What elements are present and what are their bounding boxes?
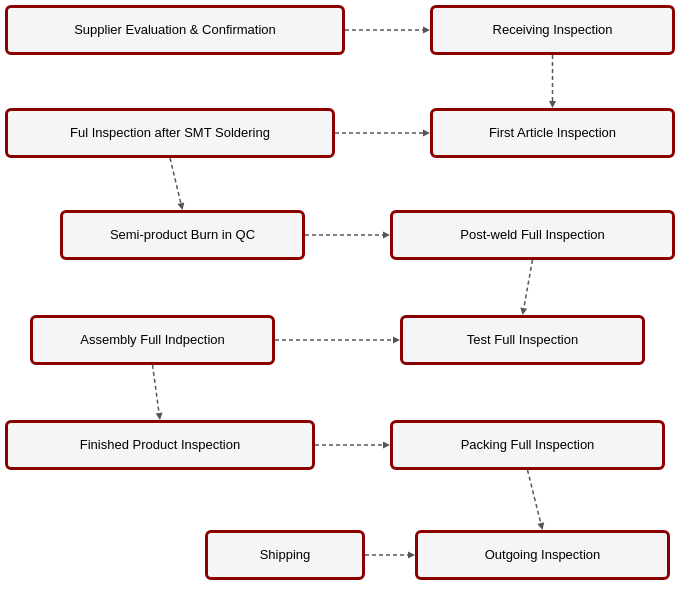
node-semi-burn: Semi-product Burn in QC [60, 210, 305, 260]
node-shipping: Shipping [205, 530, 365, 580]
arrow-head-a5 [383, 232, 390, 239]
node-outgoing: Outgoing Inspection [415, 530, 670, 580]
node-finished: Finished Product Inspection [5, 420, 315, 470]
node-packing: Packing Full Inspection [390, 420, 665, 470]
arrow-head-a11 [408, 552, 415, 559]
arrow-head-a8 [156, 413, 163, 420]
node-ful-smt: Ful Inspection after SMT Soldering [5, 108, 335, 158]
arrow-line-a6 [524, 260, 533, 308]
arrows-svg [0, 0, 683, 593]
arrow-head-a10 [537, 522, 544, 530]
flowchart: Supplier Evaluation & ConfirmationReceiv… [0, 0, 683, 593]
arrow-head-a4 [177, 202, 184, 210]
node-supplier: Supplier Evaluation & Confirmation [5, 5, 345, 55]
arrow-line-a4 [170, 158, 181, 203]
arrow-head-a3 [423, 130, 430, 137]
node-assembly: Assembly Full Indpection [30, 315, 275, 365]
node-first-article: First Article Inspection [430, 108, 675, 158]
arrow-head-a1 [423, 27, 430, 34]
node-receiving: Receiving Inspection [430, 5, 675, 55]
node-test-full: Test Full Inspection [400, 315, 645, 365]
arrow-head-a6 [520, 307, 527, 315]
arrow-head-a9 [383, 442, 390, 449]
arrow-head-a2 [549, 101, 556, 108]
arrow-line-a10 [528, 470, 541, 523]
arrow-line-a8 [153, 365, 160, 413]
arrow-head-a7 [393, 337, 400, 344]
node-post-weld: Post-weld Full Inspection [390, 210, 675, 260]
